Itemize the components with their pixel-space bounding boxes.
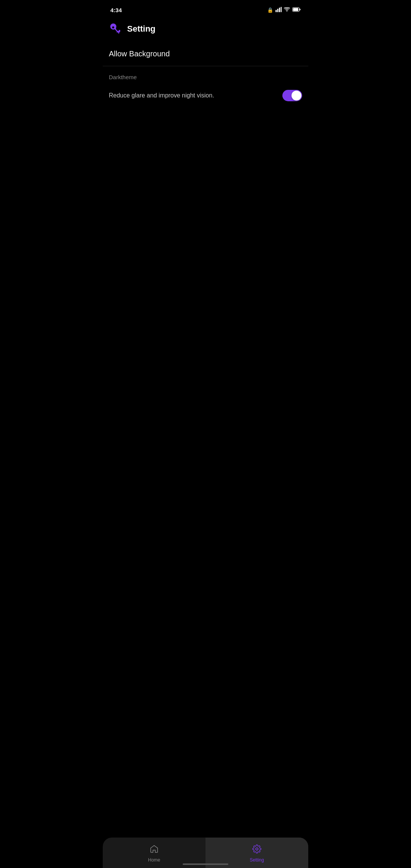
nav-home-label: Home bbox=[148, 857, 160, 863]
wifi-icon bbox=[284, 7, 290, 13]
network-icon bbox=[276, 7, 282, 13]
home-icon bbox=[150, 844, 159, 856]
status-icons: 🔒 bbox=[267, 7, 301, 13]
darktheme-description: Reduce glare and improve night vision. bbox=[109, 92, 214, 99]
svg-rect-0 bbox=[276, 10, 277, 12]
svg-point-6 bbox=[256, 848, 258, 850]
lock-status-icon: 🔒 bbox=[267, 7, 273, 13]
home-indicator bbox=[183, 863, 228, 865]
svg-rect-1 bbox=[277, 9, 279, 12]
status-bar: 4:34 🔒 bbox=[103, 0, 308, 18]
darktheme-setting-item: Reduce glare and improve night vision. bbox=[103, 84, 308, 107]
nav-setting-label: Setting bbox=[250, 857, 264, 863]
content-area: Allow Background Darktheme Reduce glare … bbox=[103, 42, 308, 145]
svg-rect-5 bbox=[293, 8, 298, 11]
darktheme-title: Darktheme bbox=[109, 74, 137, 80]
toggle-knob bbox=[292, 91, 301, 101]
status-time: 4:34 bbox=[110, 7, 122, 13]
app-header: Setting bbox=[103, 18, 308, 42]
setting-icon bbox=[252, 844, 261, 856]
allow-background-label: Allow Background bbox=[109, 49, 170, 58]
svg-rect-3 bbox=[281, 7, 282, 12]
allow-background-section: Allow Background bbox=[103, 42, 308, 66]
battery-icon bbox=[292, 7, 301, 13]
key-icon bbox=[110, 23, 122, 35]
darktheme-description-container: Reduce glare and improve night vision. bbox=[109, 91, 282, 100]
app-icon-container bbox=[109, 22, 123, 36]
darktheme-section-header: Darktheme bbox=[103, 66, 308, 84]
page-title: Setting bbox=[127, 24, 156, 34]
darktheme-toggle[interactable] bbox=[282, 90, 302, 101]
svg-rect-2 bbox=[279, 8, 280, 12]
